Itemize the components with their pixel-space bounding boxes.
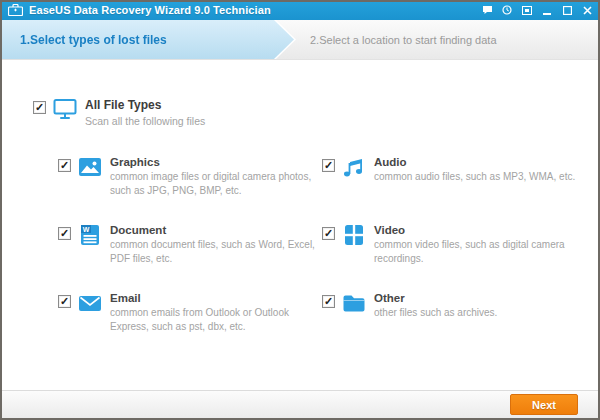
document-title: Document bbox=[110, 224, 322, 236]
word-document-icon: W bbox=[78, 224, 102, 246]
chat-icon[interactable] bbox=[480, 3, 494, 17]
next-button[interactable]: Next bbox=[510, 394, 578, 415]
graphics-title: Graphics bbox=[110, 156, 322, 168]
all-file-types-checkbox[interactable]: ✓ bbox=[33, 101, 46, 114]
audio-title: Audio bbox=[374, 156, 575, 168]
step-1-label: 1.Select types of lost files bbox=[2, 20, 294, 59]
file-type-audio: ✓ Audio common audio files, such as MP3,… bbox=[322, 156, 598, 224]
document-checkbox[interactable]: ✓ bbox=[58, 227, 71, 240]
step-2-label: 2.Select a location to start finding dat… bbox=[310, 20, 497, 59]
toolbox-app-icon bbox=[8, 4, 23, 16]
image-icon bbox=[78, 156, 102, 178]
audio-desc: common audio files, such as MP3, WMA, et… bbox=[374, 170, 575, 184]
folder-icon bbox=[342, 292, 366, 314]
email-desc: common emails from Outlook or Outlook Ex… bbox=[110, 306, 322, 333]
film-icon bbox=[342, 224, 366, 246]
envelope-icon bbox=[78, 292, 102, 314]
other-desc: other files such as archives. bbox=[374, 306, 497, 320]
history-clock-icon[interactable] bbox=[500, 3, 514, 17]
footer-bar: Next bbox=[2, 390, 598, 418]
file-type-video: ✓ Video common video files, such as digi… bbox=[322, 224, 598, 292]
app-window: EaseUS Data Recovery Wizard 9.0 Technici… bbox=[0, 0, 600, 420]
titlebar-controls bbox=[480, 3, 594, 17]
close-icon[interactable] bbox=[580, 3, 594, 17]
other-title: Other bbox=[374, 292, 497, 304]
file-type-email: ✓ Email common emails from Outlook or Ou… bbox=[58, 292, 322, 360]
video-title: Video bbox=[374, 224, 598, 236]
wizard-steps: 2.Select a location to start finding dat… bbox=[2, 20, 598, 60]
app-title: EaseUS Data Recovery Wizard 9.0 Technici… bbox=[29, 4, 271, 16]
graphics-desc: common image files or digital camera pho… bbox=[110, 170, 322, 197]
monitor-icon bbox=[53, 98, 77, 120]
file-type-other: ✓ Other other files such as archives. bbox=[322, 292, 598, 360]
audio-checkbox[interactable]: ✓ bbox=[322, 159, 335, 172]
svg-text:W: W bbox=[83, 226, 90, 233]
all-file-types-desc: Scan all the following files bbox=[85, 114, 205, 128]
maximize-icon[interactable] bbox=[560, 3, 574, 17]
file-type-selection: ✓ All File Types Scan all the following … bbox=[2, 60, 598, 390]
video-desc: common video files, such as digital came… bbox=[374, 238, 598, 265]
popup-window-icon[interactable] bbox=[520, 3, 534, 17]
file-types-grid: ✓ Graphics common image files or digital… bbox=[2, 156, 598, 360]
all-file-types-item: ✓ All File Types Scan all the following … bbox=[33, 98, 598, 128]
step-1-tab: 1.Select types of lost files bbox=[2, 20, 294, 59]
other-checkbox[interactable]: ✓ bbox=[322, 295, 335, 308]
email-checkbox[interactable]: ✓ bbox=[58, 295, 71, 308]
all-file-types-title: All File Types bbox=[85, 98, 205, 112]
video-checkbox[interactable]: ✓ bbox=[322, 227, 335, 240]
email-title: Email bbox=[110, 292, 322, 304]
minimize-icon[interactable] bbox=[540, 3, 554, 17]
document-desc: common document files, such as Word, Exc… bbox=[110, 238, 322, 265]
music-note-icon bbox=[342, 156, 366, 178]
titlebar: EaseUS Data Recovery Wizard 9.0 Technici… bbox=[0, 0, 600, 20]
file-type-document: ✓ W Document common document files, such… bbox=[58, 224, 322, 292]
file-type-graphics: ✓ Graphics common image files or digital… bbox=[58, 156, 322, 224]
graphics-checkbox[interactable]: ✓ bbox=[58, 159, 71, 172]
